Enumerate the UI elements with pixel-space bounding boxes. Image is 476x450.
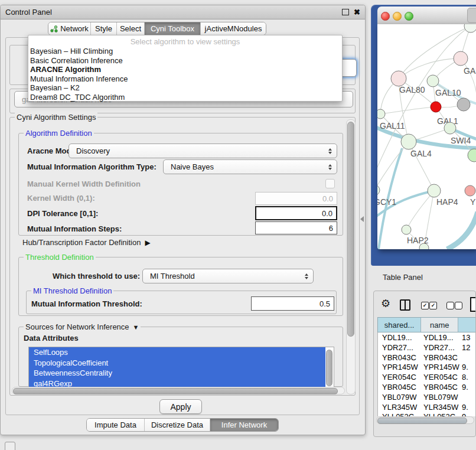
algorithm-option-basic-correlation-inference[interactable]: Basic Correlation Inference [28, 56, 342, 66]
settings-vertical-scrollbar[interactable] [346, 119, 356, 394]
tab-select[interactable]: Select [117, 22, 145, 35]
deselect-all-icon[interactable] [446, 302, 454, 309]
sources-group-title-row[interactable]: Sources for Network Inference ▼ [24, 322, 141, 331]
tab-jactivemnodules[interactable]: jActiveMNodules [201, 22, 266, 35]
close-icon[interactable]: ✖ [354, 8, 360, 16]
node-gcy1[interactable] [377, 185, 380, 195]
titlebar-button[interactable] [467, 8, 476, 23]
settings-vscroll-thumb[interactable] [347, 122, 354, 337]
minimize-traffic-light[interactable] [393, 12, 402, 21]
gear-icon[interactable]: ⚙ [381, 297, 390, 309]
tab-label: Impute Data [94, 420, 136, 429]
network-window-titlebar[interactable] [377, 6, 476, 25]
algorithm-option-bayesian-hill-climbing[interactable]: Bayesian – Hill Climbing [28, 47, 342, 56]
node-swi4[interactable] [444, 122, 456, 134]
aracne-mode-combo[interactable]: Discovery [69, 144, 337, 158]
node-label: GAL7 [464, 66, 476, 76]
node-unlabeled[interactable] [464, 24, 476, 32]
list-scrollbar-thumb[interactable] [326, 350, 332, 386]
table-hscroll-thumb[interactable] [377, 418, 467, 424]
settings-horizontal-scrollbar[interactable] [12, 387, 345, 394]
table-row[interactable]: YER054CYER054C8. [378, 372, 476, 382]
float-window-icon[interactable] [342, 9, 349, 15]
node-unlabeled[interactable] [468, 149, 476, 162]
settings-hscroll-thumb[interactable] [13, 388, 338, 394]
mi-threshold-field[interactable]: 0.5 [251, 296, 334, 311]
attribute-item-selfloops[interactable]: SelfLoops [29, 347, 325, 358]
node-unlabeled[interactable] [457, 98, 470, 111]
mi-type-label: Mutual Information Algorithm Type: [27, 162, 157, 171]
table-row[interactable]: YLR345WYLR345W9. [378, 402, 476, 412]
apply-button[interactable]: Apply [159, 399, 202, 414]
mi-type-combo[interactable]: Naive Bayes [163, 159, 337, 174]
table-row[interactable]: YBL079WYBL079W [378, 392, 476, 402]
manual-kernel-checkbox[interactable] [325, 179, 335, 188]
table-cell: 9. [462, 403, 468, 412]
algorithm-option-mutual-information-inference[interactable]: Mutual Information Inference [28, 74, 342, 84]
table-row[interactable]: YBR045CYBR045C9. [378, 382, 476, 392]
node-hap2[interactable] [402, 225, 411, 234]
table-row[interactable]: YPR145WYPR145W9. [378, 362, 476, 372]
threshold-definition-group: Threshold Definition Which threshold to … [18, 257, 343, 316]
table-row[interactable]: YDR27...YDR27...12 [378, 343, 476, 353]
node-gal10[interactable] [427, 75, 439, 87]
tab-impute-data[interactable]: Impute Data [87, 419, 145, 431]
algorithm-option-aracne-algorithm[interactable]: ARACNE Algorithm [28, 65, 342, 74]
node-label: GCY1 [377, 197, 396, 207]
select-all-icon[interactable]: ✓ [421, 302, 429, 309]
close-traffic-light[interactable] [381, 12, 390, 21]
column-header-name[interactable]: name [421, 318, 458, 332]
which-threshold-combo[interactable]: MI Threshold [142, 269, 314, 283]
column-header-3[interactable] [458, 318, 476, 332]
node-gal1[interactable] [431, 102, 441, 112]
expand-right-icon: ▶ [145, 239, 150, 247]
tab-label: Infer Network [221, 420, 267, 429]
control-panel-titlebar[interactable]: Control Panel ✖ [1, 5, 365, 19]
network-icon [50, 25, 58, 32]
table-row[interactable]: YLL052CYLL052C9. [378, 412, 476, 416]
select-all-icon[interactable]: ✓ [429, 302, 437, 309]
aracne-mode-value: Discovery [76, 146, 110, 155]
mi-type-value: Naive Bayes [171, 162, 214, 171]
tab-network[interactable]: Network [48, 22, 91, 35]
table-cell: YLL052C [382, 412, 414, 416]
node-y[interactable] [465, 185, 475, 196]
table-cell: 9. [462, 383, 468, 392]
tab-discretize-data[interactable]: Discretize Data [145, 419, 210, 431]
collapsed-panel-icon[interactable] [5, 442, 15, 450]
kernel-width-field[interactable]: 0.0 [255, 192, 337, 205]
table-row[interactable]: YDL19...YDL19...13 [378, 332, 476, 343]
node-gal7[interactable] [454, 51, 468, 66]
settings-group-title: Cyni Algorithm Settings [15, 113, 97, 122]
tab-label: Style [95, 24, 112, 33]
node-hap4[interactable] [428, 184, 441, 197]
node-gal4[interactable] [401, 134, 416, 149]
attribute-item-topologicalcoefficient[interactable]: TopologicalCoefficient [29, 358, 325, 369]
columns-icon[interactable] [400, 299, 410, 311]
zoom-traffic-light[interactable] [405, 12, 413, 21]
tab-cyni-toolbox[interactable]: Cyni Toolbox [145, 22, 201, 35]
table-row[interactable]: YBR043CYBR043C [378, 353, 476, 363]
hub-tf-definition-expander[interactable]: Hub/Transcription Factor Definition ▶ [22, 238, 151, 247]
dpi-tolerance-field[interactable]: 0.0 [255, 206, 337, 220]
algorithm-option-bayesian-k2[interactable]: Bayesian – K2 [28, 83, 342, 93]
tab-style[interactable]: Style [91, 22, 117, 35]
deselect-all-icon[interactable] [455, 302, 462, 309]
splitter-collapse-icon[interactable] [360, 216, 364, 222]
column-header-shared[interactable]: shared... [378, 318, 421, 332]
node-gal80[interactable] [391, 71, 406, 86]
data-attributes-list[interactable]: SelfLoopsTopologicalCoefficientBetweenne… [28, 347, 334, 388]
network-canvas[interactable]: GAL7GAL80GAL10GAL11GAL1SWI4GAL4GCY1HAP4Y… [377, 24, 476, 249]
network-view-window[interactable]: GAL7GAL80GAL10GAL11GAL1SWI4GAL4GCY1HAP4Y… [371, 5, 476, 266]
table-cell: YLL052C [423, 412, 455, 416]
tab-infer-network[interactable]: Infer Network [210, 419, 278, 431]
mi-steps-field[interactable]: 6 [255, 221, 337, 234]
node-gal11[interactable] [377, 109, 385, 119]
document-icon[interactable] [470, 297, 476, 312]
node-label: GAL4 [410, 149, 432, 158]
table-horizontal-scrollbar[interactable] [376, 416, 474, 424]
table-cell: YBR045C [382, 383, 416, 392]
network-nodes[interactable]: GAL7GAL80GAL10GAL11GAL1SWI4GAL4GCY1HAP4Y… [377, 24, 476, 249]
attribute-item-betweennesscentrality[interactable]: BetweennessCentrality [29, 368, 325, 379]
algorithm-option-dream8-dc-tdc-algorithm[interactable]: Dream8 DC_TDC Algorithm [28, 93, 342, 102]
